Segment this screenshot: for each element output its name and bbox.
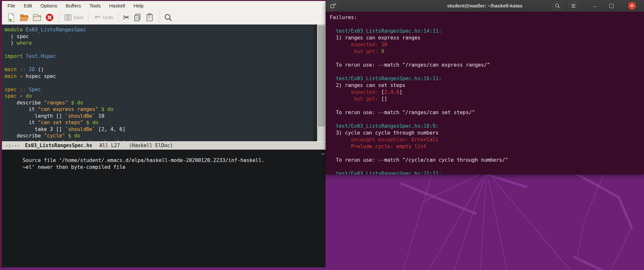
text-line: describe "cycle" $ do	[5, 133, 311, 139]
text-segment: but got:	[330, 49, 381, 54]
text-segment: Spec	[29, 87, 41, 92]
save-button[interactable]: Save	[63, 12, 84, 23]
text-segment: describe	[5, 133, 44, 139]
text-segment: To rerun use: --match "/ranges/can expre…	[330, 62, 490, 68]
paste-button[interactable]	[145, 12, 154, 23]
toolbar-separator	[118, 13, 118, 22]
editor-buffer[interactable]: module Ex03_ListsRangesSpec ( spec ) whe…	[2, 25, 326, 141]
text-segment: test/Ex03_ListsRangesSpec.hs:18:9:	[330, 123, 439, 129]
text-segment: ( spec	[5, 34, 29, 39]
text-segment	[125, 140, 128, 142]
text-line: test/Ex03_ListsRangesSpec.hs:16:11:	[330, 75, 644, 82]
text-segment	[104, 106, 107, 112]
menu-help[interactable]: Help	[129, 1, 148, 10]
text-segment: Failures:	[330, 15, 357, 20]
text-segment: do	[77, 100, 83, 106]
text-segment: [	[381, 89, 384, 95]
new-file-icon	[6, 13, 16, 22]
text-line: To rerun use: --match "/ranges/can expre…	[330, 62, 644, 69]
text-line: but got: 0	[330, 48, 644, 55]
text-segment	[17, 93, 19, 99]
text-segment: "can express ranges"	[38, 106, 98, 112]
text-line: spec :: Spec	[5, 86, 311, 93]
open-file-button[interactable]	[19, 12, 29, 23]
minibuffer[interactable]: Source file ‘/home/student/.emacs.d/elpa…	[2, 150, 326, 267]
undo-icon	[93, 13, 102, 22]
text-segment: test/Ex03_ListsRangesSpec.hs:14:11:	[330, 28, 442, 34]
hamburger-menu-icon	[570, 3, 576, 9]
cut-button[interactable]: ✂	[123, 12, 129, 23]
copy-button[interactable]	[133, 12, 142, 23]
directory-button[interactable]	[32, 12, 42, 23]
search-button[interactable]	[164, 12, 173, 23]
save-button-label: Save	[73, 15, 84, 20]
toolbar-separator	[159, 13, 159, 22]
text-line: 2) ranges can set steps	[330, 82, 644, 89]
terminal-window: student@wadler: ~/haskell-katas – × Fail…	[326, 0, 644, 175]
text-segment: ErrorCall	[411, 137, 439, 143]
text-segment: it	[5, 106, 38, 112]
wallpaper-pattern	[326, 174, 644, 270]
text-line	[330, 150, 644, 157]
scrollbar-thumb[interactable]	[318, 26, 325, 126]
text-segment: 0	[381, 49, 384, 54]
text-segment: "can cycle through numbers"	[38, 140, 120, 142]
mode-line: -:--- Ex03_ListsRangesSpec.hs All L27 (H…	[2, 141, 326, 150]
terminal-titlebar[interactable]: student@wadler: ~/haskell-katas – ×	[326, 0, 644, 12]
emacs-window: File Edit Options Buffers Tools Haskell …	[0, 0, 326, 267]
text-segment	[68, 100, 71, 106]
text-segment: do	[92, 120, 98, 125]
text-segment: `shouldBe`	[65, 113, 95, 119]
text-line: it "can set steps" $ do	[5, 119, 311, 126]
menu-buffers[interactable]: Buffers	[62, 1, 85, 10]
text-segment	[17, 87, 19, 92]
minimize-button[interactable]: –	[591, 0, 599, 12]
text-line: it "can express ranges" $ do	[5, 106, 311, 113]
close-button[interactable]: ×	[628, 0, 636, 12]
terminal-menu-button[interactable]	[569, 2, 578, 10]
undo-button[interactable]: Undo	[93, 12, 113, 23]
copy-icon	[133, 13, 142, 22]
menu-edit[interactable]: Edit	[19, 1, 36, 10]
text-segment: To rerun use: --match "/cycle/can cycle …	[330, 157, 508, 163]
text-segment: main	[5, 67, 17, 72]
text-line: 1) ranges can express ranges	[330, 35, 644, 41]
text-segment: where	[17, 40, 32, 46]
menu-haskell[interactable]: Haskell	[105, 1, 129, 10]
maximize-button[interactable]	[607, 0, 615, 12]
text-line	[330, 55, 644, 62]
menu-options[interactable]: Options	[36, 1, 62, 10]
text-line: it "can cycle through numbers" $ do	[5, 139, 311, 142]
terminal-search-icon	[554, 3, 561, 9]
text-line: test/Ex03_ListsRangesSpec.hs:18:9:	[330, 123, 644, 130]
text-segment	[71, 133, 74, 139]
minibuffer-line: Source file ‘/home/student/.emacs.d/elpa…	[5, 151, 320, 157]
text-line	[330, 116, 644, 123]
text-segment: )	[5, 40, 17, 46]
text-segment: []	[381, 96, 387, 102]
close-buffer-button[interactable]	[45, 12, 54, 23]
text-segment	[26, 87, 29, 92]
text-segment: Test.Hspec	[23, 53, 56, 59]
menu-tools[interactable]: Tools	[85, 1, 105, 10]
editor-scrollbar[interactable]	[317, 25, 326, 141]
text-line: take 3 [] `shouldBe` [2, 4, 6]	[5, 126, 311, 133]
text-segment: uncaught exception:	[330, 137, 411, 143]
text-segment: 2,4,6	[384, 89, 399, 95]
close-icon: ×	[628, 2, 636, 10]
text-segment: length []	[5, 113, 65, 119]
text-line: test/Ex03_ListsRangesSpec.hs:14:11:	[330, 28, 644, 35]
text-segment: 2) ranges can set steps	[330, 82, 405, 88]
menu-file[interactable]: File	[3, 1, 19, 10]
text-segment: expected:	[330, 42, 381, 48]
new-file-button[interactable]	[6, 12, 16, 23]
text-line	[5, 80, 311, 86]
text-segment	[23, 93, 26, 99]
terminal-output[interactable]: Failures: test/Ex03_ListsRangesSpec.hs:1…	[326, 12, 644, 175]
text-line	[330, 164, 644, 170]
toolbar-separator	[59, 13, 59, 22]
text-line	[5, 47, 311, 53]
terminal-search-button[interactable]	[553, 2, 562, 10]
text-segment: "cycle"	[44, 133, 65, 139]
paste-icon	[145, 13, 154, 22]
